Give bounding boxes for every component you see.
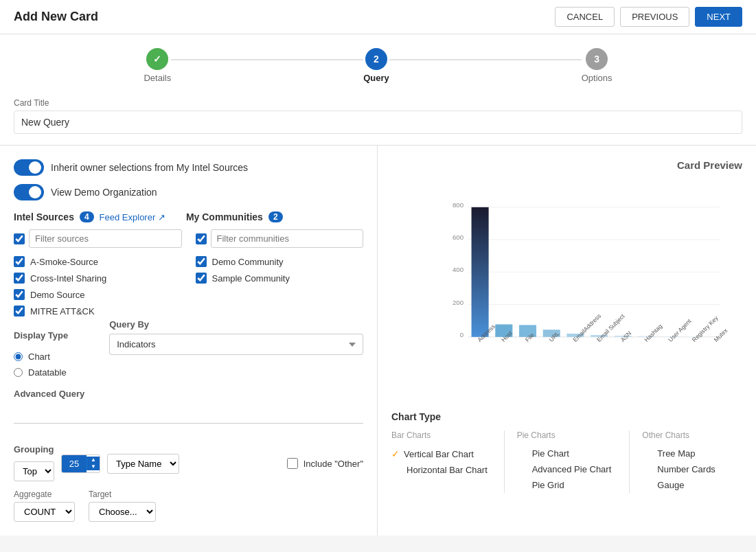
svg-text:Hashtag: Hashtag [643, 323, 663, 343]
community-checkbox-demo[interactable] [196, 256, 207, 267]
number-down-button[interactable]: ▼ [87, 463, 100, 470]
intel-sources-group: Intel Sources 4 Feed Explorer ↗ [14, 211, 165, 222]
next-button[interactable]: NEXT [695, 7, 742, 27]
card-title-area: Card Title [0, 90, 756, 146]
intel-search-checkbox[interactable] [14, 233, 25, 244]
chart-type-title: Chart Type [391, 411, 742, 422]
chart-type-gauge[interactable]: Gauge [642, 477, 742, 493]
toggle-inherit[interactable] [14, 159, 44, 176]
svg-text:200: 200 [453, 299, 463, 306]
chart-type-horizontal-bar[interactable]: Horizontal Bar Chart [391, 462, 492, 478]
grouping-section: Grouping Top 25 ▲ ▼ [14, 433, 363, 481]
pie-label: Pie Chart [532, 448, 569, 459]
other-charts-header: Other Charts [642, 430, 742, 440]
treemap-label: Tree Map [657, 448, 695, 459]
card-title-input[interactable] [14, 111, 742, 134]
chart-type-pie-grid[interactable]: Pie Grid [517, 477, 617, 493]
step-line-2 [389, 59, 582, 60]
chart-type-treemap[interactable]: Tree Map [642, 446, 742, 461]
grouping-label: Grouping [14, 444, 54, 455]
chart-type-vertical-bar[interactable]: ✓ Vertical Bar Chart [391, 446, 492, 462]
radio-chart[interactable] [14, 352, 23, 361]
chart-svg: 0 200 400 600 800 [426, 185, 742, 370]
divider-2 [629, 430, 630, 493]
communities-col: Demo Community Sample Community [196, 229, 364, 319]
source-checkbox-demo[interactable] [14, 289, 25, 300]
vertical-bar-label: Vertical Bar Chart [404, 449, 474, 459]
divider-1 [504, 430, 505, 493]
intel-sources-title: Intel Sources [14, 211, 74, 222]
checkmark-icon: ✓ [391, 448, 400, 459]
sources-header: Intel Sources 4 Feed Explorer ↗ My Commu… [14, 211, 363, 222]
advanced-query-label: Advanced Query [14, 389, 363, 399]
type-name-select[interactable]: Type Name [107, 454, 179, 474]
toggle-demo[interactable] [14, 184, 44, 200]
number-up-button[interactable]: ▲ [87, 457, 100, 463]
community-search-input[interactable] [211, 229, 364, 248]
radio-chart-row: Chart [14, 352, 68, 362]
chart-type-advanced-pie[interactable]: Advanced Pie Chart [517, 461, 617, 477]
bar-charts-col: Bar Charts ✓ Vertical Bar Chart Horizont… [391, 430, 492, 493]
advanced-query-input[interactable] [14, 404, 363, 424]
number-arrows: ▲ ▼ [87, 457, 100, 470]
source-checkbox-mitre[interactable] [14, 306, 25, 317]
horizontal-bar-label: Horizontal Bar Chart [406, 465, 488, 475]
svg-text:400: 400 [453, 266, 463, 273]
grouping-controls: Grouping Top 25 ▲ ▼ [14, 433, 179, 481]
community-name-sample: Sample Community [212, 273, 290, 284]
step-query-circle: 2 [365, 48, 387, 70]
radio-datatable-row: Datatable [14, 367, 68, 378]
intel-sources-col: A-Smoke-Source Cross-Intel Sharing Demo … [14, 229, 182, 319]
card-preview-label: Card Preview [391, 159, 742, 171]
chart-type-grid: Bar Charts ✓ Vertical Bar Chart Horizont… [391, 430, 742, 493]
source-item-mitre: MITRE ATT&CK [14, 303, 182, 319]
gauge-label: Gauge [657, 480, 684, 490]
grouping-top-select[interactable]: Top [14, 461, 54, 481]
feed-explorer-link[interactable]: Feed Explorer ↗ [100, 212, 165, 222]
include-other-checkbox[interactable] [287, 458, 298, 469]
number-input-wrap: 25 ▲ ▼ [61, 455, 100, 473]
advanced-pie-label: Advanced Pie Chart [532, 464, 612, 474]
agg-row: Aggregate COUNT SUM AVG Target Choose... [14, 490, 363, 522]
aggregate-select[interactable]: COUNT SUM AVG [14, 502, 75, 522]
cancel-button[interactable]: CANCEL [555, 7, 615, 27]
toggle-demo-slider [14, 184, 44, 200]
community-search-checkbox[interactable] [196, 233, 207, 244]
source-item-smoke: A-Smoke-Source [14, 253, 182, 270]
source-item-demo: Demo Source [14, 286, 182, 303]
source-checkbox-smoke[interactable] [14, 256, 25, 267]
step-query: 2 Query [363, 48, 389, 83]
aggregate-label: Aggregate [14, 490, 75, 499]
number-cards-label: Number Cards [657, 464, 715, 474]
include-other-row: Include "Other" [287, 458, 363, 469]
radio-datatable-label: Datatable [28, 367, 67, 378]
previous-button[interactable]: PREVIOUS [620, 7, 689, 27]
chart-area: 0 200 400 600 800 [391, 178, 742, 398]
community-name-demo: Demo Community [212, 257, 284, 267]
pie-charts-col: Pie Charts Pie Chart Advanced Pie Chart … [517, 430, 617, 493]
target-select[interactable]: Choose... [89, 502, 156, 522]
radio-chart-label: Chart [28, 352, 50, 362]
my-communities-group: My Communities 2 [186, 211, 283, 222]
bar-charts-header: Bar Charts [391, 430, 492, 440]
radio-datatable[interactable] [14, 368, 23, 377]
stepper: ✓ Details 2 Query 3 Options [0, 34, 756, 90]
svg-text:Mutex: Mutex [713, 327, 729, 343]
source-name-smoke: A-Smoke-Source [30, 257, 98, 267]
community-search-row [196, 229, 364, 248]
chart-type-number-cards[interactable]: Number Cards [642, 461, 742, 477]
intel-search-input[interactable] [29, 229, 182, 248]
svg-text:800: 800 [453, 201, 463, 209]
query-by-select[interactable]: Indicators Reports Actors [109, 334, 363, 355]
bar-address [472, 207, 489, 337]
grouping-number-val: 25 [62, 455, 87, 472]
page-title: Add New Card [14, 10, 98, 24]
my-communities-title: My Communities [186, 211, 263, 222]
source-name-mitre: MITRE ATT&CK [30, 306, 95, 317]
chart-type-pie[interactable]: Pie Chart [517, 446, 617, 461]
display-query-row: Display Type Chart Datatable Query By In… [14, 319, 363, 378]
community-checkbox-sample[interactable] [196, 273, 207, 284]
pie-grid-label: Pie Grid [532, 480, 564, 490]
source-checkbox-crossintel[interactable] [14, 273, 25, 284]
main-content: Inherit owner selections from My Intel S… [0, 146, 756, 536]
